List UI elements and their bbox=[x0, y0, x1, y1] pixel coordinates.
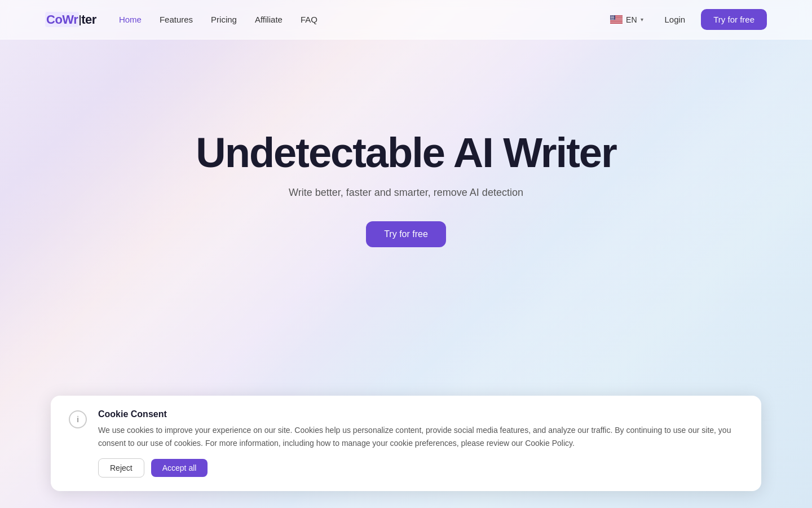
svg-point-29 bbox=[612, 17, 612, 18]
cookie-body: We use cookies to improve your experienc… bbox=[98, 424, 743, 449]
nav-link-pricing[interactable]: Pricing bbox=[211, 15, 237, 24]
svg-point-40 bbox=[614, 19, 614, 20]
nav-item-faq[interactable]: FAQ bbox=[301, 15, 317, 25]
flag-icon bbox=[610, 15, 623, 24]
nav-link-affiliate[interactable]: Affiliate bbox=[255, 15, 283, 24]
svg-point-16 bbox=[612, 16, 613, 16]
svg-point-20 bbox=[612, 16, 612, 17]
svg-point-32 bbox=[611, 18, 611, 19]
nav-left: CoWrter Home Features Pricing Affiliate … bbox=[45, 12, 317, 27]
svg-point-30 bbox=[612, 17, 613, 18]
cookie-title: Cookie Consent bbox=[98, 409, 743, 419]
svg-point-17 bbox=[613, 16, 614, 16]
svg-point-14 bbox=[611, 16, 611, 16]
login-button[interactable]: Login bbox=[658, 11, 692, 28]
svg-point-38 bbox=[612, 19, 612, 20]
svg-point-36 bbox=[614, 18, 615, 19]
svg-point-35 bbox=[613, 18, 614, 19]
svg-point-39 bbox=[612, 19, 613, 20]
nav-link-features[interactable]: Features bbox=[160, 15, 193, 24]
svg-point-21 bbox=[612, 16, 613, 17]
svg-point-27 bbox=[614, 17, 615, 17]
info-icon: i bbox=[77, 415, 78, 424]
svg-point-34 bbox=[612, 18, 613, 19]
nav-link-faq[interactable]: FAQ bbox=[301, 15, 317, 24]
cookie-banner: i Cookie Consent We use cookies to impro… bbox=[51, 396, 761, 491]
nav-item-features[interactable]: Features bbox=[160, 15, 193, 25]
cookie-content: Cookie Consent We use cookies to improve… bbox=[98, 409, 743, 478]
svg-point-26 bbox=[613, 17, 614, 17]
svg-rect-12 bbox=[610, 23, 623, 24]
svg-point-31 bbox=[614, 17, 614, 18]
svg-rect-9 bbox=[610, 21, 623, 21]
svg-point-18 bbox=[614, 16, 615, 16]
svg-point-24 bbox=[611, 17, 612, 17]
hero-subtitle: Write better, faster and smarter, remove… bbox=[289, 187, 523, 199]
accept-all-button[interactable]: Accept all bbox=[151, 459, 208, 477]
nav-links: Home Features Pricing Affiliate FAQ bbox=[119, 15, 317, 25]
try-for-free-button-nav[interactable]: Try for free bbox=[701, 9, 767, 30]
svg-point-28 bbox=[611, 17, 611, 18]
svg-point-15 bbox=[611, 16, 612, 16]
chevron-down-icon: ▾ bbox=[641, 16, 643, 23]
svg-point-19 bbox=[611, 16, 611, 17]
language-code: EN bbox=[626, 15, 637, 24]
hero-cta-button[interactable]: Try for free bbox=[366, 221, 446, 247]
nav-item-pricing[interactable]: Pricing bbox=[211, 15, 237, 25]
svg-point-33 bbox=[611, 18, 612, 19]
svg-rect-10 bbox=[610, 22, 623, 23]
svg-rect-8 bbox=[610, 20, 623, 21]
logo[interactable]: CoWrter bbox=[45, 12, 96, 27]
logo-co: CoWr bbox=[45, 12, 79, 27]
svg-point-23 bbox=[611, 17, 611, 17]
hero-title: Undetectable AI Writer bbox=[196, 130, 616, 176]
navbar: CoWrter Home Features Pricing Affiliate … bbox=[0, 0, 812, 40]
svg-point-25 bbox=[612, 17, 613, 17]
svg-point-22 bbox=[614, 16, 614, 17]
nav-link-home[interactable]: Home bbox=[119, 15, 142, 24]
svg-rect-7 bbox=[610, 20, 623, 20]
svg-rect-11 bbox=[610, 23, 623, 23]
reject-button[interactable]: Reject bbox=[98, 458, 144, 478]
cookie-icon: i bbox=[69, 410, 87, 428]
nav-right: EN ▾ Login Try for free bbox=[604, 9, 767, 30]
logo-cursor bbox=[80, 15, 81, 25]
logo-text: CoWrter bbox=[45, 12, 96, 27]
hero-section: Undetectable AI Writer Write better, fas… bbox=[0, 40, 812, 247]
cookie-actions: Reject Accept all bbox=[98, 458, 743, 478]
nav-item-home[interactable]: Home bbox=[119, 15, 142, 25]
svg-point-37 bbox=[611, 19, 611, 20]
nav-item-affiliate[interactable]: Affiliate bbox=[255, 15, 283, 25]
language-selector[interactable]: EN ▾ bbox=[604, 12, 648, 28]
